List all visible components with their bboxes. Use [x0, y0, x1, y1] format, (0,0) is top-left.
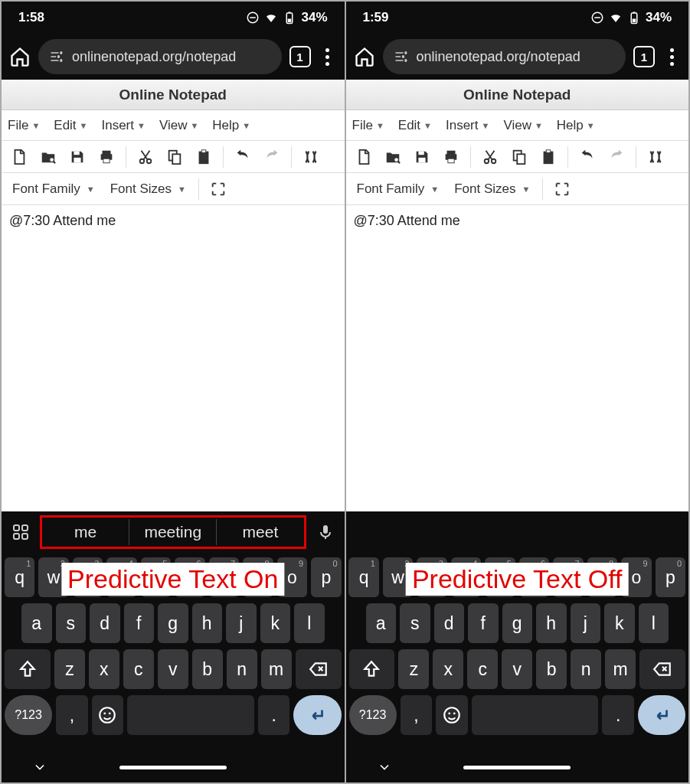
key-j[interactable]: j — [226, 603, 257, 643]
key-d[interactable]: d — [90, 603, 120, 643]
key-l[interactable]: l — [639, 603, 669, 643]
enter-key[interactable] — [293, 695, 341, 735]
key-p[interactable]: p0 — [656, 557, 685, 597]
backspace-key[interactable] — [639, 649, 685, 689]
find-icon[interactable] — [298, 144, 324, 170]
key-k[interactable]: k — [604, 603, 635, 643]
undo-icon[interactable] — [230, 144, 256, 170]
comma-key[interactable]: , — [401, 695, 432, 735]
menu-file[interactable]: File▼ — [8, 118, 40, 133]
symbols-key[interactable]: ?123 — [5, 695, 52, 735]
tab-switcher[interactable]: 1 — [633, 46, 655, 67]
menu-help[interactable]: Help▼ — [557, 118, 595, 133]
home-icon[interactable] — [9, 46, 31, 67]
menu-insert[interactable]: Insert▼ — [101, 118, 145, 133]
editor-textarea[interactable]: @7:30 Attend me — [346, 205, 689, 511]
key-s[interactable]: s — [56, 603, 87, 643]
space-key[interactable] — [472, 695, 599, 735]
suggestion-3[interactable]: meet — [217, 519, 303, 545]
keyboard-apps-icon[interactable] — [8, 519, 34, 545]
home-icon[interactable] — [354, 46, 375, 67]
fullscreen-icon[interactable] — [205, 176, 231, 202]
undo-icon[interactable] — [574, 144, 600, 170]
key-x[interactable]: x — [89, 649, 119, 689]
key-z[interactable]: z — [54, 649, 85, 689]
menu-view[interactable]: View▼ — [159, 118, 198, 133]
space-key[interactable] — [127, 695, 254, 735]
redo-icon[interactable] — [259, 144, 285, 170]
keyboard-collapse-icon[interactable] — [377, 760, 392, 775]
key-d[interactable]: d — [434, 603, 465, 643]
save-icon[interactable] — [64, 144, 90, 170]
keyboard-collapse-icon[interactable] — [32, 760, 47, 775]
paste-icon[interactable] — [191, 144, 217, 170]
open-icon[interactable] — [35, 144, 61, 170]
comma-key[interactable]: , — [56, 695, 87, 735]
save-icon[interactable] — [409, 144, 435, 170]
mic-icon[interactable] — [312, 519, 338, 545]
key-n[interactable]: n — [571, 649, 601, 689]
redo-icon[interactable] — [603, 144, 630, 170]
key-g[interactable]: g — [502, 603, 533, 643]
key-n[interactable]: n — [227, 649, 257, 689]
menu-edit[interactable]: Edit▼ — [398, 118, 432, 133]
key-k[interactable]: k — [260, 603, 291, 643]
key-v[interactable]: v — [502, 649, 532, 689]
period-key[interactable]: . — [602, 695, 633, 735]
key-s[interactable]: s — [400, 603, 430, 643]
tab-switcher[interactable]: 1 — [289, 46, 311, 67]
font-family-select[interactable]: Font Family▼ — [6, 176, 101, 202]
key-c[interactable]: c — [123, 649, 154, 689]
key-b[interactable]: b — [536, 649, 567, 689]
find-icon[interactable] — [643, 144, 669, 170]
key-h[interactable]: h — [192, 603, 223, 643]
menu-insert[interactable]: Insert▼ — [446, 118, 489, 133]
nav-home-pill[interactable] — [119, 766, 227, 769]
period-key[interactable]: . — [258, 695, 289, 735]
key-q[interactable]: q1 — [5, 557, 34, 597]
symbols-key[interactable]: ?123 — [349, 695, 397, 735]
key-g[interactable]: g — [158, 603, 188, 643]
suggestion-2[interactable]: meeting — [129, 519, 217, 545]
key-f[interactable]: f — [468, 603, 499, 643]
key-b[interactable]: b — [192, 649, 223, 689]
key-h[interactable]: h — [536, 603, 567, 643]
font-size-select[interactable]: Font Sizes▼ — [448, 176, 536, 202]
shift-key[interactable] — [349, 649, 395, 689]
cut-icon[interactable] — [477, 144, 503, 170]
key-j[interactable]: j — [571, 603, 601, 643]
key-a[interactable]: a — [366, 603, 397, 643]
url-bar[interactable]: onlinenotepad.org/notepad — [38, 39, 282, 74]
key-p[interactable]: p0 — [311, 557, 341, 597]
new-doc-icon[interactable] — [351, 144, 377, 170]
menu-file[interactable]: File▼ — [352, 118, 384, 133]
url-bar[interactable]: onlinenotepad.org/notepad — [383, 39, 626, 74]
key-c[interactable]: c — [467, 649, 498, 689]
backspace-key[interactable] — [296, 649, 342, 689]
menu-help[interactable]: Help▼ — [212, 118, 250, 133]
key-m[interactable]: m — [261, 649, 292, 689]
emoji-key[interactable] — [92, 695, 123, 735]
menu-edit[interactable]: Edit▼ — [54, 118, 87, 133]
key-m[interactable]: m — [605, 649, 636, 689]
open-icon[interactable] — [380, 144, 406, 170]
enter-key[interactable] — [638, 695, 685, 735]
key-f[interactable]: f — [124, 603, 155, 643]
key-a[interactable]: a — [21, 603, 52, 643]
copy-icon[interactable] — [506, 144, 532, 170]
key-v[interactable]: v — [158, 649, 188, 689]
shift-key[interactable] — [5, 649, 51, 689]
browser-menu-button[interactable] — [319, 48, 337, 66]
menu-view[interactable]: View▼ — [503, 118, 542, 133]
key-l[interactable]: l — [294, 603, 325, 643]
key-x[interactable]: x — [433, 649, 463, 689]
paste-icon[interactable] — [535, 144, 561, 170]
fullscreen-icon[interactable] — [549, 176, 575, 202]
print-icon[interactable] — [93, 144, 119, 170]
font-family-select[interactable]: Font Family▼ — [351, 176, 446, 202]
emoji-key[interactable] — [436, 695, 467, 735]
font-size-select[interactable]: Font Sizes▼ — [104, 176, 192, 202]
copy-icon[interactable] — [162, 144, 188, 170]
new-doc-icon[interactable] — [6, 144, 32, 170]
cut-icon[interactable] — [132, 144, 159, 170]
